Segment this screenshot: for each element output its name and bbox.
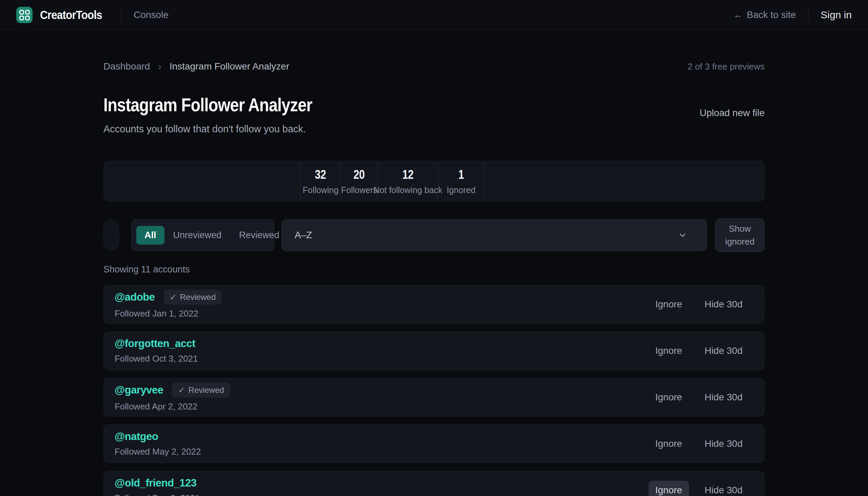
logo-dot — [25, 16, 30, 20]
review-filter-tabs: All Unreviewed Reviewed — [131, 219, 274, 251]
stats-card: 32 Following 20 Followers 12 Not followi… — [103, 161, 765, 202]
hide-30d-button[interactable]: Hide 30d — [698, 295, 749, 314]
account-info: @natgeo Followed May 2, 2022 — [115, 431, 201, 457]
page-header: Instagram Follower Analyzer Accounts you… — [103, 94, 765, 135]
hide-30d-button[interactable]: Hide 30d — [698, 388, 749, 407]
account-row: @old_friend_123 Followed Dec 2, 2021 Ign… — [103, 471, 765, 496]
empty-pill — [103, 220, 119, 250]
navbar-divider — [121, 8, 122, 22]
username-link[interactable]: @old_friend_123 — [115, 477, 197, 489]
ignore-button[interactable]: Ignore — [649, 481, 689, 496]
tab-all[interactable]: All — [136, 226, 164, 245]
account-row: @natgeo Followed May 2, 2022 Ignore Hide… — [103, 424, 765, 463]
show-ignored-button[interactable]: Show ignored — [715, 218, 765, 252]
upload-new-file-button[interactable]: Upload new file — [700, 108, 765, 119]
left-arrow-icon: ← — [734, 10, 743, 20]
account-row: @garyvee ✓ Reviewed Followed Apr 2, 2022… — [103, 378, 765, 417]
logo-dot — [19, 10, 24, 15]
stat-not-following-back-label: Not following back — [374, 185, 443, 195]
row-actions: Ignore Hide 30d — [649, 434, 750, 453]
hide-30d-button[interactable]: Hide 30d — [698, 341, 749, 360]
free-previews-counter: 2 of 3 free previews — [688, 61, 765, 72]
page-header-text: Instagram Follower Analyzer Accounts you… — [103, 94, 352, 135]
back-to-site-link[interactable]: ← Back to site — [734, 10, 796, 20]
account-info: @adobe ✓ Reviewed Followed Jan 1, 2022 — [115, 290, 222, 319]
show-ignored-line1: Show — [716, 222, 764, 235]
breadcrumb: Dashboard › Instagram Follower Analyzer … — [103, 61, 765, 72]
stat-followers: 20 Followers — [340, 161, 378, 201]
sort-dropdown-value: A–Z — [295, 230, 312, 241]
check-icon: ✓ — [178, 385, 185, 395]
brand-home-link[interactable]: CreatorTools — [16, 7, 109, 23]
reviewed-badge-label: Reviewed — [189, 385, 224, 395]
tab-reviewed[interactable]: Reviewed — [230, 226, 288, 245]
page-title: Instagram Follower Analyzer — [103, 94, 352, 116]
reviewed-badge-label: Reviewed — [180, 292, 216, 302]
page-subtitle: Accounts you follow that don't follow yo… — [103, 123, 352, 135]
username-link[interactable]: @adobe — [115, 291, 155, 303]
nav-console[interactable]: Console — [133, 10, 168, 20]
stat-ignored-label: Ignored — [447, 185, 476, 195]
reviewed-badge: ✓ Reviewed — [172, 383, 230, 398]
account-list: @adobe ✓ Reviewed Followed Jan 1, 2022 I… — [103, 285, 765, 496]
breadcrumb-current: Instagram Follower Analyzer — [170, 61, 289, 72]
stat-ignored-value: 1 — [459, 168, 464, 182]
breadcrumb-dashboard[interactable]: Dashboard — [103, 61, 150, 72]
reviewed-badge: ✓ Reviewed — [164, 290, 222, 305]
account-info: @garyvee ✓ Reviewed Followed Apr 2, 2022 — [115, 383, 230, 412]
ignore-button[interactable]: Ignore — [649, 295, 689, 314]
stat-ignored: 1 Ignored — [438, 161, 484, 201]
logo-dot — [19, 16, 24, 20]
sort-dropdown[interactable]: A–Z — [282, 219, 707, 251]
username-link[interactable]: @forgotten_acct — [115, 338, 195, 350]
account-row: @adobe ✓ Reviewed Followed Jan 1, 2022 I… — [103, 285, 765, 324]
stat-not-following-back: 12 Not following back — [378, 161, 438, 201]
followed-date: Followed Jan 1, 2022 — [115, 308, 222, 319]
followed-date: Followed Dec 2, 2021 — [115, 493, 200, 496]
stats-group: 32 Following 20 Followers 12 Not followi… — [301, 161, 484, 201]
page-title-text: Instagram Follower Analyzer — [103, 94, 312, 116]
app-logo-icon — [16, 7, 33, 23]
stat-following: 32 Following — [301, 161, 340, 201]
ignore-button[interactable]: Ignore — [649, 388, 689, 407]
main-content: Dashboard › Instagram Follower Analyzer … — [103, 30, 765, 496]
followed-date: Followed May 2, 2022 — [115, 447, 201, 457]
logo-dot — [25, 10, 30, 15]
ignore-button[interactable]: Ignore — [649, 434, 689, 453]
stat-followers-label: Followers — [341, 185, 377, 195]
top-navbar: CreatorTools Console ← Back to site Sign… — [0, 0, 868, 30]
chevron-right-icon: › — [158, 61, 161, 72]
row-actions: Ignore Hide 30d — [649, 481, 750, 496]
stat-following-value: 32 — [315, 168, 326, 182]
navbar-divider — [808, 8, 808, 22]
username-link[interactable]: @garyvee — [115, 384, 163, 396]
account-row: @forgotten_acct Followed Oct 3, 2021 Ign… — [103, 331, 765, 370]
brand-name: CreatorTools — [40, 8, 102, 22]
hide-30d-button[interactable]: Hide 30d — [698, 481, 749, 496]
row-actions: Ignore Hide 30d — [649, 295, 750, 314]
username-link[interactable]: @natgeo — [115, 431, 158, 443]
show-ignored-line2: ignored — [716, 235, 764, 248]
stat-following-label: Following — [303, 185, 339, 195]
results-summary: Showing 11 accounts — [103, 264, 765, 275]
row-actions: Ignore Hide 30d — [649, 341, 750, 360]
account-info: @forgotten_acct Followed Oct 3, 2021 — [115, 338, 198, 364]
followed-date: Followed Apr 2, 2022 — [115, 401, 230, 412]
filter-toolbar: All Unreviewed Reviewed A–Z Show ignored — [103, 219, 765, 251]
stat-followers-value: 20 — [354, 168, 365, 182]
check-icon: ✓ — [170, 292, 177, 302]
followed-date: Followed Oct 3, 2021 — [115, 354, 198, 364]
tab-unreviewed[interactable]: Unreviewed — [164, 226, 230, 245]
hide-30d-button[interactable]: Hide 30d — [698, 434, 749, 453]
chevron-down-icon — [677, 230, 688, 240]
row-actions: Ignore Hide 30d — [649, 388, 750, 407]
sign-in-button[interactable]: Sign in — [821, 9, 852, 21]
back-to-site-label: Back to site — [747, 10, 796, 20]
account-info: @old_friend_123 Followed Dec 2, 2021 — [115, 477, 200, 496]
ignore-button[interactable]: Ignore — [649, 341, 689, 360]
stat-not-following-back-value: 12 — [402, 168, 414, 182]
